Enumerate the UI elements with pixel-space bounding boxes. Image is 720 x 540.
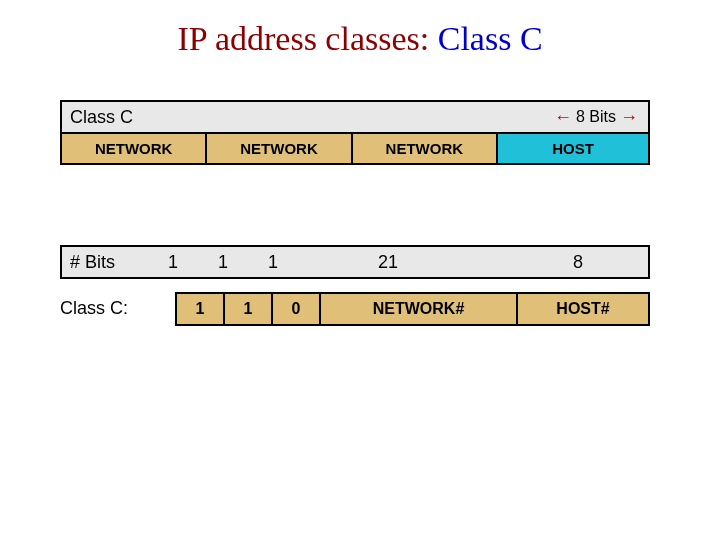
class-c-structure-row: Class C: 1 1 0 NETWORK# HOST#: [60, 292, 650, 326]
slide-title: IP address classes: Class C: [0, 20, 720, 58]
class-c-heading: Class C: [70, 107, 133, 127]
prefix-bit-1: 1: [177, 294, 225, 324]
class-c-bit-layout: 1 1 0 NETWORK# HOST#: [175, 292, 650, 326]
octet-row: NETWORK NETWORK NETWORK HOST: [62, 132, 648, 163]
prefix-bit-3: 0: [273, 294, 321, 324]
arrow-left-icon: ←: [554, 102, 572, 132]
octet-network-3: NETWORK: [353, 134, 498, 163]
octet-network-2: NETWORK: [207, 134, 352, 163]
bit-count-21: 21: [328, 252, 448, 273]
prefix-bit-2: 1: [225, 294, 273, 324]
arrow-right-icon: →: [620, 102, 638, 132]
eight-bits-label: 8 Bits: [576, 102, 616, 132]
title-part2: Class C: [438, 20, 543, 57]
bits-count-panel: # Bits 1 1 1 21 8: [60, 245, 650, 279]
bit-count-1c: 1: [248, 252, 298, 273]
octet-host: HOST: [498, 134, 648, 163]
network-field: NETWORK#: [321, 294, 518, 324]
octet-network-1: NETWORK: [62, 134, 207, 163]
panel-header: Class C ← 8 Bits →: [62, 102, 648, 132]
bit-count-8: 8: [508, 252, 648, 273]
class-c-panel: Class C ← 8 Bits → NETWORK NETWORK NETWO…: [60, 100, 650, 165]
bit-count-1b: 1: [198, 252, 248, 273]
class-c-row-label: Class C:: [60, 292, 175, 326]
bits-label: # Bits: [62, 252, 148, 273]
host-field: HOST#: [518, 294, 648, 324]
bit-count-1a: 1: [148, 252, 198, 273]
eight-bits-indicator: ← 8 Bits →: [554, 102, 638, 132]
title-part1: IP address classes:: [177, 20, 437, 57]
